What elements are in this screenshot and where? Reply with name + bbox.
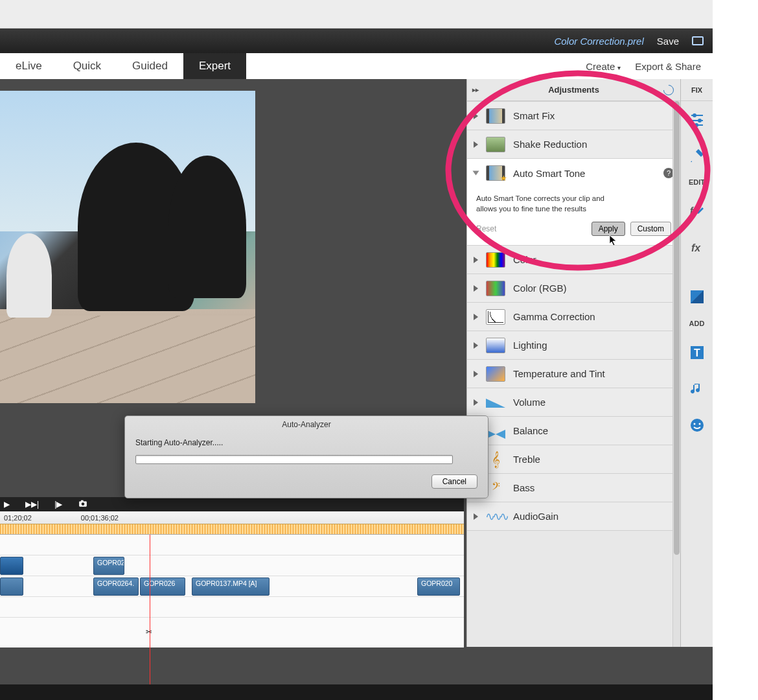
smart-fix-icon: [486, 108, 505, 124]
adj-label: Auto Smart Tone: [513, 168, 585, 179]
expand-icon: [474, 257, 478, 263]
rail-edit-label: EDIT: [681, 174, 713, 193]
adj-label: Treble: [513, 454, 540, 465]
save-button[interactable]: Save: [657, 36, 679, 47]
panel-header-adjustments: ▸▸ Adjustments: [467, 79, 680, 101]
timeline-clip[interactable]: [0, 578, 23, 596]
rail-fx-button[interactable]: fx: [681, 229, 713, 266]
timecode-ruler[interactable]: 01;20;02 00;01;36;02: [0, 511, 464, 524]
panel-title: Adjustments: [548, 85, 599, 95]
adj-color-rgb[interactable]: Color (RGB): [467, 274, 680, 303]
progress-bar: [135, 455, 453, 464]
custom-button[interactable]: Custom: [630, 222, 671, 236]
adjustments-panel: ▸▸ Adjustments Smart Fix Shake Reduction: [466, 79, 680, 647]
timeline-clip[interactable]: GOPR0264.: [93, 578, 139, 596]
tab-quick[interactable]: Quick: [58, 53, 117, 79]
fullscreen-icon[interactable]: [692, 36, 704, 45]
adj-label: Shake Reduction: [513, 139, 587, 150]
rail-titles-button[interactable]: T: [681, 334, 713, 371]
track-video-1[interactable]: GOPR02: [0, 555, 464, 576]
playhead[interactable]: [150, 535, 150, 700]
tab-guided[interactable]: Guided: [117, 53, 183, 79]
expand-icon: [474, 399, 478, 406]
step-button[interactable]: |▶: [54, 500, 62, 509]
balance-icon: [486, 423, 505, 439]
adj-gamma-correction[interactable]: Gamma Correction: [467, 303, 680, 331]
expand-icon: [474, 285, 478, 292]
export-share-button[interactable]: Export & Share: [635, 61, 701, 72]
adj-bass[interactable]: 𝄢 Bass: [467, 474, 680, 502]
gamma-icon: [486, 309, 505, 325]
expand-icon: [474, 113, 478, 119]
adj-treble[interactable]: 𝄞 Treble: [467, 445, 680, 474]
timeline-clip[interactable]: GOPR02: [93, 557, 124, 575]
collapse-icon: [473, 171, 479, 176]
timecode-2: 00;01;36;02: [81, 514, 119, 522]
adj-label: Gamma Correction: [513, 311, 595, 322]
track-audio-2[interactable]: [0, 597, 464, 618]
apply-button[interactable]: Apply: [591, 222, 625, 236]
next-frame-button[interactable]: ▶▶|: [25, 500, 39, 509]
adj-volume[interactable]: Volume: [467, 388, 680, 417]
lighting-icon: [486, 338, 505, 353]
rail-adjust-button[interactable]: [681, 101, 713, 137]
adj-lighting[interactable]: Lighting: [467, 331, 680, 360]
timeline[interactable]: GOPR02 GOPR0264. GOPR026 GOPR0137.MP4 [A…: [0, 535, 464, 648]
collapse-panel-icon[interactable]: ▸▸: [472, 86, 479, 93]
rail-music-button[interactable]: [681, 371, 713, 407]
auto-smart-tone-icon: ★: [486, 165, 505, 181]
dialog-title: Auto-Analyzer: [125, 416, 488, 433]
volume-icon: [486, 395, 505, 410]
rail-fx-edit-button[interactable]: fx: [681, 193, 713, 229]
adj-balance[interactable]: Balance: [467, 417, 680, 445]
tab-expert[interactable]: Expert: [183, 53, 246, 79]
timeline-clip[interactable]: GOPR020: [417, 578, 460, 596]
color-icon: [486, 252, 505, 268]
rail-graphics-button[interactable]: [681, 407, 713, 443]
adj-auto-smart-tone[interactable]: ★ Auto Smart Tone ?: [467, 159, 680, 187]
right-rail: FIX EDIT fx fx ADD T: [680, 79, 713, 647]
svg-text:fx: fx: [691, 242, 701, 253]
video-preview[interactable]: [0, 91, 255, 403]
snapshot-button[interactable]: [78, 499, 88, 510]
adj-audio-gain[interactable]: ∿∿∿ AudioGain: [467, 502, 680, 531]
svg-point-4: [693, 113, 696, 117]
expand-icon: [474, 513, 478, 520]
color-rgb-icon: [486, 281, 505, 296]
track-video-2[interactable]: [0, 535, 464, 555]
panel-scrollbar[interactable]: [672, 101, 680, 647]
auto-smart-tone-detail: Auto Smart Tone corrects your clip and a…: [467, 187, 680, 246]
adj-smart-fix[interactable]: Smart Fix: [467, 102, 680, 130]
adj-temperature-tint[interactable]: Temperature and Tint: [467, 360, 680, 388]
tab-elive[interactable]: eLive: [0, 53, 58, 79]
dialog-message: Starting Auto-Analyzer.....: [135, 438, 477, 447]
scrollbar-thumb[interactable]: [674, 101, 680, 555]
timeline-tick-ruler[interactable]: [0, 524, 464, 535]
svg-point-6: [698, 119, 702, 122]
adj-label: Bass: [513, 482, 534, 493]
expand-icon: [474, 371, 478, 377]
razor-tool-icon[interactable]: ✂: [146, 627, 156, 638]
undo-icon[interactable]: [661, 82, 676, 97]
create-menu[interactable]: Create: [586, 61, 621, 72]
track-audio-1[interactable]: GOPR0264. GOPR026 GOPR0137.MP4 [A] GOPR0…: [0, 576, 464, 597]
window-chrome-bar: [0, 0, 713, 29]
adjustments-list: Smart Fix Shake Reduction ★ Auto Smart T…: [467, 101, 680, 531]
svg-text:T: T: [694, 347, 700, 358]
auto-smart-tone-description: Auto Smart Tone corrects your clip and a…: [476, 194, 619, 214]
reset-link[interactable]: Reset: [476, 224, 496, 233]
timeline-clip[interactable]: GOPR026: [140, 578, 185, 596]
rail-transitions-button[interactable]: [681, 279, 713, 315]
adj-label: AudioGain: [513, 511, 558, 522]
workspace: ▶ ▶▶| |▶ 01;20;02 00;01;36;02 GOPR02 GOP…: [0, 79, 713, 700]
timeline-clip[interactable]: GOPR0137.MP4 [A]: [192, 578, 270, 596]
cancel-button[interactable]: Cancel: [431, 474, 477, 489]
adj-color[interactable]: Color: [467, 246, 680, 274]
play-button[interactable]: ▶: [4, 500, 10, 509]
title-bar: Color Correction.prel Save: [0, 29, 713, 53]
rail-tools-button[interactable]: [681, 137, 713, 174]
preview-monitor: [0, 79, 464, 413]
timeline-clip[interactable]: [0, 557, 23, 575]
svg-point-8: [695, 123, 698, 127]
adj-shake-reduction[interactable]: Shake Reduction: [467, 130, 680, 159]
